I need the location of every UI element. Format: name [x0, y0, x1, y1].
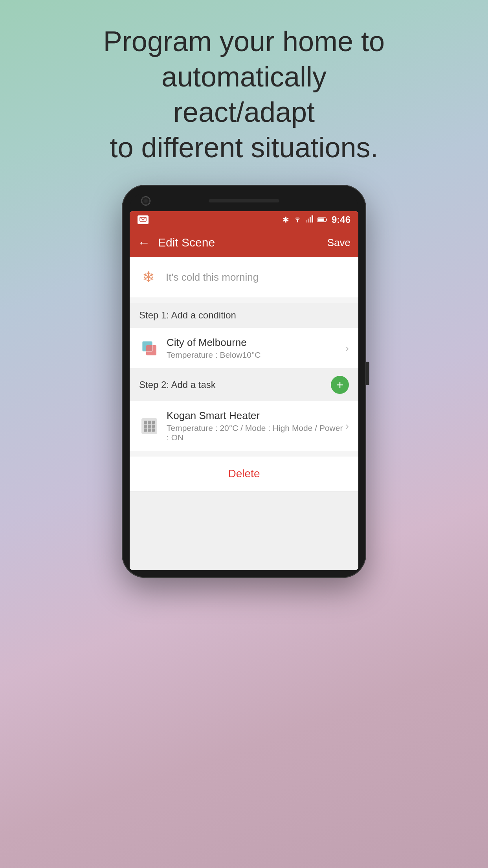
wifi-icon [293, 215, 302, 225]
melbourne-icon [139, 338, 160, 359]
svg-rect-21 [152, 428, 155, 432]
svg-rect-20 [148, 428, 151, 432]
power-button [366, 362, 369, 385]
task-item[interactable]: Kogan Smart Heater Temperature : 20°C / … [130, 401, 358, 451]
svg-rect-8 [318, 219, 324, 221]
svg-rect-13 [144, 421, 147, 424]
phone-top-bar [130, 193, 358, 211]
svg-rect-15 [152, 421, 155, 424]
add-task-button[interactable]: + [331, 376, 349, 394]
save-button[interactable]: Save [327, 237, 350, 249]
step1-header: Step 1: Add a condition [130, 303, 358, 328]
delete-section[interactable]: Delete [130, 456, 358, 491]
scene-name-text: It's cold this morning [166, 271, 259, 283]
step1-label: Step 1: Add a condition [139, 310, 236, 320]
tagline: Program your home to automatically react… [67, 0, 421, 185]
svg-rect-16 [144, 425, 147, 428]
tagline-line1: Program your home to [103, 26, 385, 57]
phone-speaker [209, 199, 279, 202]
tagline-line2: automatically react/adapt [161, 61, 327, 128]
condition-chevron: › [345, 342, 349, 355]
svg-point-1 [297, 221, 298, 223]
step2-label: Step 2: Add a task [139, 379, 216, 390]
app-bar: ← Edit Scene Save [130, 228, 358, 257]
svg-rect-4 [310, 217, 311, 223]
condition-content: City of Melbourne Temperature : Below10°… [167, 337, 345, 360]
condition-title: City of Melbourne [167, 337, 345, 349]
bottom-empty-area [130, 491, 358, 570]
heater-icon [139, 416, 160, 436]
svg-rect-3 [308, 219, 309, 223]
svg-rect-19 [144, 428, 147, 432]
svg-rect-5 [312, 215, 313, 223]
bluetooth-icon: ✱ [283, 215, 289, 224]
phone-mockup: ✱ [122, 185, 366, 578]
back-button[interactable]: ← [138, 235, 150, 250]
condition-item[interactable]: City of Melbourne Temperature : Below10°… [130, 328, 358, 369]
front-camera [141, 197, 150, 205]
svg-rect-10 [146, 345, 156, 355]
svg-rect-2 [306, 220, 307, 223]
app-bar-title: Edit Scene [158, 236, 327, 249]
tagline-line3: to different situations. [110, 132, 378, 163]
notification-icon [138, 215, 149, 224]
svg-rect-7 [326, 219, 327, 221]
battery-icon [317, 215, 328, 225]
scene-name-row[interactable]: ❄ It's cold this morning [130, 257, 358, 298]
task-title: Kogan Smart Heater [167, 410, 345, 422]
snowflake-icon: ❄ [142, 268, 155, 286]
svg-rect-17 [148, 425, 151, 428]
svg-rect-18 [152, 425, 155, 428]
delete-button[interactable]: Delete [228, 467, 260, 480]
task-chevron: › [345, 420, 349, 432]
status-bar-right: ✱ [283, 214, 350, 225]
step2-header: Step 2: Add a task + [130, 369, 358, 401]
plus-icon: + [336, 379, 344, 391]
task-subtitle: Temperature : 20°C / Mode : High Mode / … [167, 423, 345, 442]
status-bar: ✱ [130, 211, 358, 228]
phone-frame: ✱ [122, 185, 366, 578]
task-content: Kogan Smart Heater Temperature : 20°C / … [167, 410, 345, 442]
svg-rect-14 [148, 421, 151, 424]
screen-content: ❄ It's cold this morning Step 1: Add a c… [130, 257, 358, 570]
signal-icon [306, 215, 314, 225]
phone-screen: ✱ [130, 211, 358, 570]
scene-icon: ❄ [139, 268, 158, 287]
condition-subtitle: Temperature : Below10°C [167, 350, 345, 360]
status-time: 9:46 [332, 214, 350, 225]
status-bar-left [138, 215, 149, 224]
